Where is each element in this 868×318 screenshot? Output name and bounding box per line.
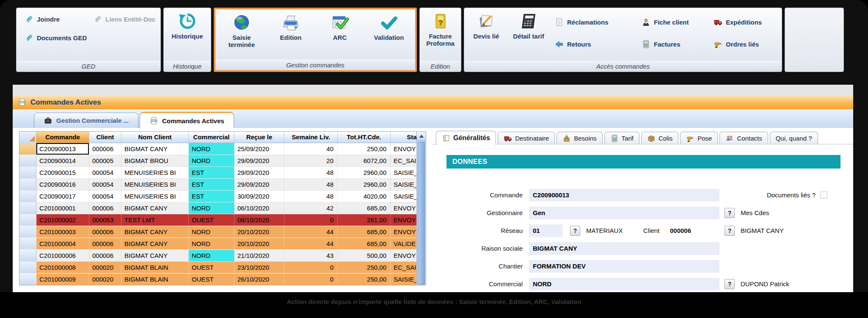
cell-commande[interactable]: C201000004 [36,238,89,250]
documents-ged-button[interactable]: Documents GED [25,33,87,42]
raison-sociale-field[interactable]: BIGMAT CANY [529,242,719,255]
tab-gestion-commerciale[interactable]: Gestion Commerciale ... [34,113,138,128]
cell-client[interactable]: 000006 [89,143,121,155]
cell-recue-le[interactable]: 30/09/2020 [234,191,284,202]
ribbon-button-validation[interactable]: Validation [366,9,412,60]
ribbon-button-ordres-li-s[interactable]: Ordres liés [714,40,782,49]
cell-commercial[interactable]: NORD [189,202,234,214]
cell-total-ht[interactable]: 685,00 [338,202,391,214]
detail-tab-besoins[interactable]: Besoins [557,132,602,144]
ribbon-button-devis-li[interactable]: Devis lié [465,8,507,61]
row-selector[interactable] [19,262,36,274]
cell-commercial[interactable]: NORD [189,143,234,155]
cell-semaine-liv[interactable]: 0 [284,214,338,226]
cell-semaine-liv[interactable]: 44 [284,226,338,238]
column-header-nom-client[interactable]: Nom Client [121,132,189,143]
cell-commande[interactable]: C200900017 [36,191,89,202]
cell-nom-client[interactable]: BIGMAT CANY [121,238,189,250]
detail-tab-contacts[interactable]: Contacts [719,132,768,144]
cell-total-ht[interactable]: 6072,00 [338,155,391,167]
vertical-scrollbar[interactable] [416,132,426,285]
cell-total-ht[interactable]: 250,00 [338,262,391,274]
column-header-commande[interactable]: Commande [36,132,89,143]
cell-total-ht[interactable]: 2960,00 [338,179,391,191]
cell-commande[interactable]: C201000008 [36,262,89,274]
cell-recue-le[interactable]: 06/10/2020 [234,202,284,214]
table-row[interactable]: C201000004000006BIGMAT CANYNORD20/10/202… [19,238,426,250]
detail-tab-tarif[interactable]: Tarif [604,132,639,144]
client-lookup-button[interactable]: ? [725,226,735,236]
cell-commercial[interactable]: OUEST [189,274,234,285]
column-header-commercial[interactable]: Commercial [189,132,234,143]
ribbon-button-r-clamations[interactable]: Réclamations [555,18,642,27]
cell-nom-client[interactable]: BIGMAT CANY [121,226,189,238]
cell-nom-client[interactable]: BIGMAT CANY [121,143,189,155]
historique-button[interactable]: Historique [164,8,211,40]
cell-recue-le[interactable]: 23/10/2020 [234,262,284,274]
row-selector[interactable] [19,214,36,226]
cell-commercial[interactable]: NORD [189,155,234,167]
cell-total-ht[interactable]: 685,00 [338,226,391,238]
table-row[interactable]: C201000003000006BIGMAT CANYNORD20/10/202… [19,226,426,238]
cell-recue-le[interactable]: 29/09/2020 [234,179,284,191]
cell-commercial[interactable]: OUEST [189,262,234,274]
cell-recue-le[interactable]: 20/10/2020 [234,226,284,238]
ribbon-button-retours[interactable]: Retours [555,40,642,49]
documents-lies-checkbox[interactable] [820,191,827,199]
column-header-re-ue-le[interactable]: Reçue le [234,132,284,143]
detail-tab-g-n-ralit-s[interactable]: Généralités [436,131,496,145]
cell-commercial[interactable]: NORD [189,226,234,238]
ribbon-button-exp-ditions[interactable]: Expéditions [714,18,782,27]
commercial-lookup-button[interactable]: ? [725,279,735,289]
cell-client[interactable]: 000006 [89,250,121,262]
row-selector[interactable] [19,250,36,262]
cell-commande[interactable]: C201000003 [36,226,89,238]
joindre-button[interactable]: Joindre [25,15,60,23]
cell-nom-client[interactable]: BIGMAT BLAIN [121,274,189,285]
cell-nom-client[interactable]: MENUISERIES BI [121,191,189,202]
cell-recue-le[interactable]: 08/10/2020 [234,214,284,226]
row-selector[interactable] [19,179,36,191]
cell-nom-client[interactable]: BIGMAT BROU [121,155,189,167]
cell-commercial[interactable]: NORD [189,250,234,262]
row-selector[interactable] [19,167,36,179]
detail-tab-destinataire[interactable]: Destinataire [498,132,555,144]
cell-commercial[interactable]: OUEST [189,214,234,226]
table-row[interactable]: C201000001000006BIGMAT CANYNORD06/10/202… [19,202,426,214]
cell-recue-le[interactable]: 20/10/2020 [234,238,284,250]
cell-client[interactable]: 000006 [89,202,121,214]
tab-commandes-actives[interactable]: Commandes Actives [140,112,234,128]
liens-entite-doc-button[interactable]: Liens Entité-Doc [94,15,155,23]
cell-semaine-liv[interactable]: 48 [284,191,338,202]
ribbon-button-arc[interactable]: ARC [317,9,363,60]
scrollbar-thumb[interactable] [418,142,425,285]
cell-total-ht[interactable]: 261,00 [338,214,391,226]
cell-nom-client[interactable]: MENUISERIES BI [121,167,189,179]
cell-commercial[interactable]: EST [189,167,234,179]
row-selector[interactable] [19,238,36,250]
chantier-field[interactable]: FORMATION DEV [529,260,719,273]
column-header-client[interactable]: Client [89,132,121,143]
cell-commande[interactable]: C200900015 [36,167,89,179]
cell-semaine-liv[interactable]: 40 [284,143,338,155]
cell-commande[interactable]: C201000002 [36,214,89,226]
cell-total-ht[interactable]: 2960,00 [338,167,391,179]
column-header-semaine-liv[interactable]: Semaine Liv. [284,132,338,143]
cell-recue-le[interactable]: 29/09/2020 [234,167,284,179]
detail-tab-pose[interactable]: Pose [680,132,718,144]
client-field[interactable]: 000006 [670,224,691,237]
gestionnaire-field[interactable]: Gen [529,207,719,219]
cell-client[interactable]: 000006 [89,226,121,238]
cell-commande[interactable]: C201000001 [36,202,89,214]
table-row[interactable]: C200900015000054MENUISERIES BIEST29/09/2… [19,167,426,179]
table-row[interactable]: C201000009000020BIGMAT BLAINOUEST26/10/2… [19,274,426,285]
table-row[interactable]: C201000006000006BIGMAT CANYNORD21/10/202… [19,250,426,262]
cell-recue-le[interactable]: 29/09/2020 [234,155,284,167]
cell-commande[interactable]: C201000009 [36,274,89,285]
cell-nom-client[interactable]: MENUISERIES BI [121,179,189,191]
ribbon-button-fiche-client[interactable]: Fiche client [642,18,714,27]
cell-commande[interactable]: C200900014 [36,155,89,167]
commande-field[interactable]: C200900013 [529,189,719,202]
cell-nom-client[interactable]: BIGMAT BLAIN [121,262,189,274]
row-selector[interactable] [19,274,36,285]
